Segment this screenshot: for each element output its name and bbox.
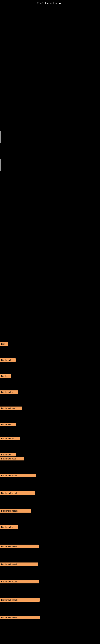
result-row-early-1: Bottleneck <box>0 358 16 363</box>
bottleneck-label-early-9: Bottleneck r <box>0 525 18 529</box>
bottleneck-label-early-8: Bottleneck resu <box>0 457 24 460</box>
result-row-early-4: Bottleneck res <box>0 406 22 411</box>
bottleneck-label-early-1: Bottleneck <box>0 358 16 362</box>
bottleneck-label-early-6: Bottleneck re <box>0 437 20 440</box>
result-row-7: Bottleneck result <box>0 616 40 620</box>
result-row-0: Bottleneck result <box>0 474 36 478</box>
bottleneck-label-early-0: Bott <box>0 342 8 346</box>
result-row-2: Bottleneck result <box>0 509 31 514</box>
bottleneck-label-4: Bottleneck result <box>0 562 38 566</box>
bottleneck-label-early-4: Bottleneck res <box>0 406 22 410</box>
bottleneck-label-1: Bottleneck result <box>0 491 35 495</box>
result-row-early-7: Bottleneck <box>0 453 16 457</box>
result-row-1: Bottleneck result <box>0 491 35 496</box>
bottleneck-label-3: Bottleneck result <box>0 544 39 548</box>
bottleneck-label-7: Bottleneck result <box>0 616 40 619</box>
site-title: TheBottlenecker.com <box>37 2 63 5</box>
bottleneck-label-early-5: Bottleneck <box>0 422 16 426</box>
result-row-early-3: Bottleneck r <box>0 390 18 395</box>
bottleneck-label-early-3: Bottleneck r <box>0 390 18 394</box>
bottleneck-label-6: Bottleneck result <box>0 598 40 602</box>
result-row-early-5: Bottleneck <box>0 422 16 427</box>
result-row-4: Bottleneck result <box>0 562 38 567</box>
result-row-early-0: Bott <box>0 342 8 346</box>
result-row-5: Bottleneck result <box>0 580 39 584</box>
bottleneck-label-early-2: Bottlen <box>0 374 11 378</box>
result-row-6: Bottleneck result <box>0 598 40 602</box>
result-row-early-2: Bottlen <box>0 374 11 379</box>
result-row-early-8: Bottleneck resu <box>0 457 24 461</box>
bottleneck-label-2: Bottleneck result <box>0 509 31 512</box>
result-row-early-9: Bottleneck r <box>0 525 18 530</box>
bottleneck-label-0: Bottleneck result <box>0 474 36 477</box>
bottleneck-label-5: Bottleneck result <box>0 580 39 584</box>
chart-area <box>0 6 100 107</box>
cursor-indicator-1 <box>0 131 1 143</box>
result-row-3: Bottleneck result <box>0 544 39 549</box>
bottleneck-label-early-7: Bottleneck <box>0 453 16 456</box>
result-row-early-6: Bottleneck re <box>0 437 20 441</box>
cursor-indicator-2 <box>0 159 1 171</box>
